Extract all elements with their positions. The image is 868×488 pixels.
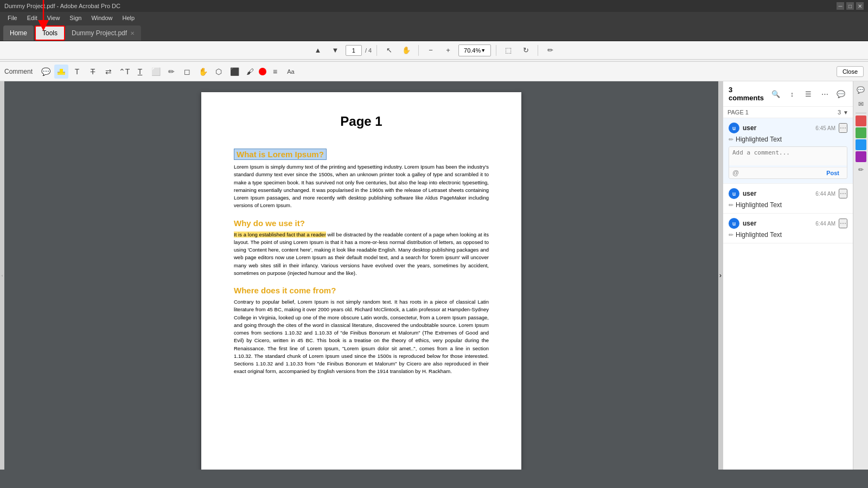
minimize-btn[interactable]: ─ xyxy=(837,2,844,10)
tab-document[interactable]: Dummy Project.pdf ✕ xyxy=(65,25,141,41)
comment-menu-btn-1[interactable]: ⋯ xyxy=(839,123,847,133)
marquee-zoom-btn[interactable]: ⬚ xyxy=(501,43,515,57)
comment-pencil-icon-1: ✏ xyxy=(729,136,733,143)
color-picker[interactable] xyxy=(259,68,266,75)
strip-btn-edit[interactable]: ✏ xyxy=(854,163,867,176)
zoom-out-btn[interactable]: − xyxy=(424,43,438,57)
comments-close-btn[interactable]: Close xyxy=(837,66,864,77)
comments-count: 3 comments xyxy=(729,86,766,102)
pdf-section-heading-3: Where does it come from? xyxy=(234,286,489,295)
eraser-tool[interactable]: ◻ xyxy=(180,65,194,79)
shape-tool[interactable]: ⬡ xyxy=(212,65,226,79)
comment-time-3: 6:44 AM xyxy=(815,221,835,227)
strip-separator xyxy=(856,113,866,113)
strip-btn-color2[interactable] xyxy=(856,127,866,138)
mention-btn-1[interactable]: @ xyxy=(732,169,739,177)
replace-tool[interactable]: ⇄ xyxy=(101,65,116,79)
comment-reply-area-1: @ Post xyxy=(729,146,847,179)
separator2 xyxy=(418,45,419,56)
menu-sign[interactable]: Sign xyxy=(65,14,86,22)
comment-menu-btn-2[interactable]: ⋯ xyxy=(839,189,847,198)
comment-avatar-1: u xyxy=(729,123,739,133)
menu-view[interactable]: View xyxy=(43,14,65,22)
sticky-note-tool[interactable]: 💬 xyxy=(39,65,53,79)
brush-tool[interactable]: 🖌 xyxy=(243,65,257,79)
select-mode-btn[interactable]: ↖ xyxy=(382,43,396,57)
tab-home[interactable]: Home xyxy=(3,25,34,41)
separator4 xyxy=(538,45,538,56)
menu-file[interactable]: File xyxy=(3,14,22,22)
panel-filter-btn[interactable]: ☰ xyxy=(802,87,815,100)
close-btn[interactable]: ✕ xyxy=(856,2,864,10)
current-page-input[interactable] xyxy=(346,45,362,56)
tab-close-icon[interactable]: ✕ xyxy=(130,30,135,36)
hand-sign-tool[interactable]: ✋ xyxy=(196,65,210,79)
tab-document-label: Dummy Project.pdf xyxy=(72,29,127,37)
panel-more-btn[interactable]: ⋯ xyxy=(818,87,831,100)
pdf-page: Page 1 What is Lorem Ipsum? Lorem Ipsum … xyxy=(201,92,521,470)
menu-edit[interactable]: Edit xyxy=(23,14,42,22)
pdf-page-title: Page 1 xyxy=(234,114,489,129)
comments-panel: 3 comments 🔍 ↕ ☰ ⋯ 💬 PAGE 1 3 ▼ u user 6… xyxy=(723,81,853,470)
page-filter-dropdown[interactable]: ▼ xyxy=(843,110,848,115)
comment-user-1: user xyxy=(743,124,756,132)
pdf-highlighted-text: It is a long established fact that a rea… xyxy=(234,232,326,237)
rotate-btn[interactable]: ↻ xyxy=(519,43,533,57)
comments-toolbar: Comment 💬 T T ⇄ ⌃T T ⬜ ✏ ◻ ✋ ⬡ ⬛ 🖌 ≡ Aa … xyxy=(0,62,868,81)
menu-window[interactable]: Window xyxy=(87,14,117,22)
content-edit-btn[interactable]: ✏ xyxy=(543,43,557,57)
comment-header-2: u user 6:44 AM ⋯ xyxy=(729,188,847,199)
pdf-area[interactable]: Page 1 What is Lorem Ipsum? Lorem Ipsum … xyxy=(4,81,718,470)
comment-time-2: 6:44 AM xyxy=(815,191,835,197)
panel-sort-btn[interactable]: ↕ xyxy=(786,87,799,100)
title-bar: Dummy Project.pdf - Adobe Acrobat Pro DC… xyxy=(0,0,868,12)
hand-tool-btn[interactable]: ✋ xyxy=(399,43,413,57)
prev-page-btn[interactable]: ▲ xyxy=(311,43,325,57)
text-size-tool[interactable]: Aa xyxy=(284,65,298,79)
comment-avatar-3: u xyxy=(729,218,739,229)
comment-header-3: u user 6:44 AM ⋯ xyxy=(729,218,847,229)
maximize-btn[interactable]: □ xyxy=(846,2,854,10)
strip-btn-color4[interactable] xyxy=(856,151,866,162)
window-controls: ─ □ ✕ xyxy=(837,2,864,10)
strikethrough-tool[interactable]: T xyxy=(86,65,100,79)
text-comment-tool[interactable]: T xyxy=(70,65,84,79)
next-page-btn[interactable]: ▼ xyxy=(328,43,342,57)
box-tool[interactable]: ⬜ xyxy=(149,65,163,79)
strip-btn-color3[interactable] xyxy=(856,139,866,150)
comment-reply-input-1[interactable] xyxy=(729,147,847,165)
menu-help[interactable]: Help xyxy=(118,14,139,22)
panel-search-btn[interactable]: 🔍 xyxy=(769,87,782,100)
strip-btn-chat[interactable]: 💬 xyxy=(854,84,867,97)
zoom-display[interactable]: 70.4% ▼ xyxy=(458,44,491,56)
strip-btn-mail[interactable]: ✉ xyxy=(854,98,867,111)
strip-btn-color1[interactable] xyxy=(856,115,866,126)
comment-pencil-icon-2: ✏ xyxy=(729,202,733,209)
main-layout: ‹ Page 1 What is Lorem Ipsum? Lorem Ipsu… xyxy=(0,81,868,470)
tab-bar: Home Tools Dummy Project.pdf ✕ xyxy=(0,24,868,41)
stamp-tool[interactable]: ⬛ xyxy=(227,65,241,79)
tab-tools[interactable]: Tools xyxy=(35,25,65,41)
pdf-section-body-1: Lorem Ipsum is simply dummy text of the … xyxy=(234,163,489,210)
left-panel-handle[interactable]: ‹ xyxy=(0,81,4,470)
post-btn-1[interactable]: Post xyxy=(822,169,844,177)
zoom-in-btn[interactable]: + xyxy=(441,43,455,57)
highlight-tool[interactable] xyxy=(54,65,68,79)
right-panel-handle[interactable]: › xyxy=(718,81,723,470)
comment-item-3: u user 6:44 AM ⋯ ✏ Highlighted Text xyxy=(723,214,853,243)
insert-text-tool[interactable]: ⌃T xyxy=(117,65,131,79)
separator xyxy=(376,45,377,56)
line-style-tool[interactable]: ≡ xyxy=(268,65,282,79)
comment-menu-btn-3[interactable]: ⋯ xyxy=(839,219,847,228)
pdf-section-heading-2: Why do we use it? xyxy=(234,219,489,228)
separator3 xyxy=(496,45,496,56)
pencil-tool[interactable]: ✏ xyxy=(164,65,178,79)
comment-pencil-icon-3: ✏ xyxy=(729,232,733,239)
underline-tool[interactable]: T xyxy=(133,65,147,79)
menu-bar: File Edit View Sign Window Help xyxy=(0,12,868,24)
page-filter-bar: PAGE 1 3 ▼ xyxy=(723,107,853,118)
app-title: Dummy Project.pdf - Adobe Acrobat Pro DC xyxy=(4,3,120,9)
panel-chat-btn[interactable]: 💬 xyxy=(834,87,847,100)
svg-rect-4 xyxy=(60,69,63,73)
comment-item-1: u user 6:45 AM ⋯ ✏ Highlighted Text @ Po… xyxy=(723,118,853,184)
